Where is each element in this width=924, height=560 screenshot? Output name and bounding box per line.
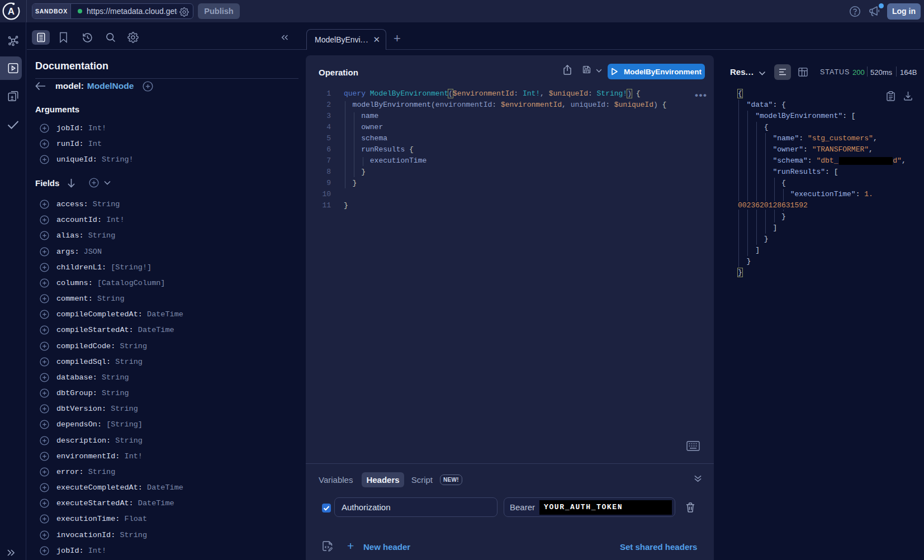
svg-text:A: A (8, 6, 15, 17)
